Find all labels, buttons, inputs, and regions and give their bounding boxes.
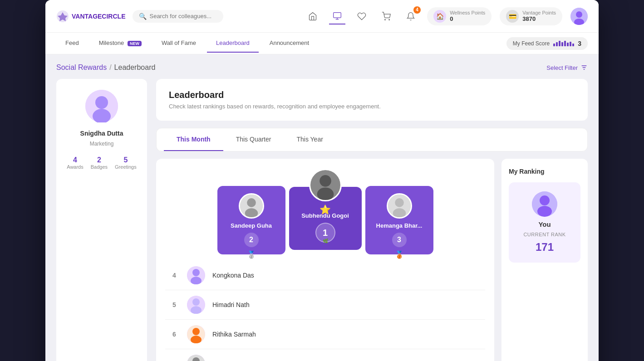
svg-point-21 [317,188,334,201]
stat-badges-value: 2 [97,156,101,164]
tab-milestone[interactable]: Milestone NEW [90,34,151,53]
my-rank-name: You [538,220,551,228]
wellness-value: 0 [450,15,485,22]
svg-point-14 [95,96,108,109]
leaderboard-subtitle: Check latest rankings based on rewards, … [169,103,575,110]
svg-point-24 [393,208,406,218]
stat-greetings-value: 5 [123,156,128,164]
profile-avatar [85,90,118,122]
podium-rank3-avatar [387,193,412,219]
wellness-points: 🏠 Wellness Points 0 [427,7,492,25]
podium-rank2: 🥈 Sandeep Guha 2 [217,186,285,254]
rank-avatar-6 [187,325,205,343]
svg-point-5 [385,19,386,20]
profile-stats: 4 Awards 2 Badges 5 Greetings [64,156,140,170]
search-input[interactable] [149,13,213,20]
svg-point-39 [537,206,552,217]
logo-icon [56,10,69,23]
medal-silver-icon: 🥈 [247,250,256,259]
rank-num-4: 4 [169,272,180,279]
breadcrumb-parent[interactable]: Social Rewards [56,63,107,72]
user-avatar[interactable] [570,8,588,25]
wellness-info: Wellness Points 0 [450,10,485,22]
rank6-avatar-image [187,325,205,343]
bell-nav-btn[interactable]: 4 [403,8,419,24]
bar8 [572,44,574,46]
my-rank-current-label: CURRENT RANK [523,232,565,237]
gold-star-icon: ⭐ [320,204,331,215]
tab-wall-of-fame[interactable]: Wall of Fame [152,34,205,53]
rank-name-5: Himadri Nath [212,301,250,308]
stat-badges: 2 Badges [91,156,108,170]
top-nav: VANTAGECIRCLE 🔍 [45,0,599,33]
select-filter-label: Select Filter [546,64,578,71]
rank-item-5: 5 Himadri Nath [165,290,485,320]
browser-window: VANTAGECIRCLE 🔍 [45,0,599,361]
profile-department: Marketing [90,141,114,147]
stat-badges-label: Badges [91,164,108,170]
podium-rank3-name: Hemanga Bhar... [376,222,423,229]
rank-list: 4 Kongkona Das [165,261,485,361]
left-panel: Snigdha Dutta Marketing 4 Awards 2 Badge… [56,79,147,361]
rank3-avatar-image [388,193,411,219]
tab-this-year[interactable]: This Year [284,128,335,151]
search-bar[interactable]: 🔍 [133,10,223,23]
laurel-icon: 🌿 [323,239,328,244]
home-icon [308,12,317,21]
my-ranking-panel: My Ranking You CURRENT RANK [501,159,588,361]
svg-point-6 [389,19,390,20]
rank-name-4: Kongkona Das [212,272,254,279]
rank7-avatar-image [187,355,205,361]
tab-this-quarter[interactable]: This Quarter [223,128,284,151]
stat-awards: 4 Awards [67,156,83,170]
select-filter-btn[interactable]: Select Filter [546,64,588,71]
vantage-info: Vantage Points 3870 [522,10,556,22]
logo[interactable]: VANTAGECIRCLE [56,10,125,23]
bar7 [570,42,571,46]
secondary-nav: Feed Milestone NEW Wall of Fame Leaderbo… [45,33,599,54]
rank1-avatar-image [310,169,340,201]
my-rank-number: 171 [536,241,554,254]
svg-rect-2 [334,12,341,18]
svg-point-8 [576,11,582,18]
my-ranking-card: You CURRENT RANK 171 [509,182,580,263]
rank-item-7: 7 Kongkana Bayan [165,349,485,361]
bar6 [567,43,569,46]
content-layout: Snigdha Dutta Marketing 4 Awards 2 Badge… [56,79,588,361]
profile-avatar-image [85,90,118,122]
monitor-nav-btn[interactable] [329,8,345,24]
monitor-icon [333,11,342,20]
svg-point-18 [245,208,258,218]
rank4-avatar-image [187,266,205,284]
feed-score-label: My Feed Score [513,40,550,47]
my-rank-avatar-image [532,191,557,217]
filter-icon [580,64,588,71]
svg-point-17 [247,198,256,207]
profile-name: Snigdha Dutta [80,130,123,137]
rank-avatar-5 [187,296,205,314]
medal-bronze-icon: 🥉 [395,250,404,259]
tab-feed[interactable]: Feed [56,34,88,53]
feed-score-tab[interactable]: My Feed Score 3 [506,37,588,50]
podium-rank3-badge: 3 [392,233,407,247]
heart-icon [357,12,366,21]
rank2-avatar-image [240,193,263,219]
wellness-icon: 🏠 [433,10,446,23]
svg-point-38 [540,195,550,205]
tab-leaderboard[interactable]: Leaderboard [207,34,259,53]
podium-rank1-avatar [309,169,342,201]
bar3 [559,41,560,46]
tab-announcement[interactable]: Announcement [261,34,318,53]
vantage-value: 3870 [522,15,556,22]
bar4 [561,42,563,46]
cart-icon [382,12,391,21]
right-panel: Leaderboard Check latest rankings based … [156,79,588,361]
vantage-icon: 💳 [506,10,519,23]
leaderboard-main: 🥈 Sandeep Guha 2 [156,159,588,361]
home-nav-btn[interactable] [305,8,321,24]
heart-nav-btn[interactable] [354,8,370,24]
vantage-label: Vantage Points [522,10,556,15]
tab-this-month[interactable]: This Month [164,128,223,151]
search-icon: 🔍 [139,13,147,20]
cart-nav-btn[interactable] [378,8,394,24]
